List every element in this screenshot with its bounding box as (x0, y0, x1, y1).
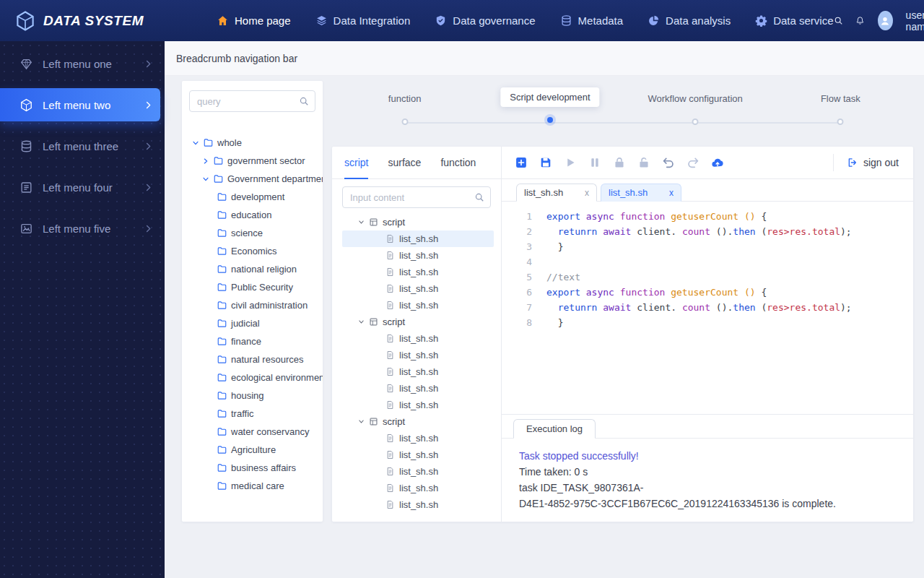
search-icon[interactable] (299, 96, 309, 106)
file-row[interactable]: list_sh.sh (342, 447, 494, 463)
close-icon[interactable]: x (578, 188, 589, 198)
save-icon[interactable] (539, 156, 552, 169)
panel-tab[interactable]: function (440, 147, 476, 178)
sidebar-item-label: Left menu five (43, 223, 110, 235)
file-row-label: list_sh.sh (399, 300, 438, 311)
file-row[interactable]: list_sh.sh (342, 347, 494, 363)
file-row-label: script (383, 416, 405, 427)
run-icon[interactable] (564, 156, 577, 169)
new-file-icon[interactable] (515, 156, 528, 169)
user-name[interactable]: user name (906, 9, 924, 33)
unlock-icon[interactable] (637, 156, 650, 169)
file-row[interactable]: list_sh.sh (342, 264, 494, 280)
editor-tab[interactable]: list_sh.sh x (601, 184, 681, 202)
lock-icon[interactable] (613, 156, 626, 169)
sidebar-item[interactable]: Left menu four (0, 171, 160, 204)
tree-node[interactable]: government sector (189, 152, 315, 170)
file-row[interactable]: list_sh.sh (342, 380, 494, 397)
folder-icon (203, 137, 214, 148)
code-editor[interactable]: 1export async function getuserCount () {… (502, 202, 913, 414)
signout-button[interactable]: sign out (833, 154, 913, 171)
editor-tab[interactable]: list_sh.sh x (516, 184, 597, 202)
tree-node-label: education (231, 210, 271, 220)
file-row[interactable]: script (342, 314, 494, 330)
tree-node[interactable]: civil administration (189, 296, 315, 314)
tree-node[interactable]: Agriculture (189, 441, 315, 459)
upload-cloud-icon[interactable] (711, 156, 724, 169)
file-row[interactable]: list_sh.sh (342, 496, 494, 513)
line-number: 7 (510, 300, 546, 315)
close-icon[interactable]: x (662, 188, 674, 198)
file-row[interactable]: list_sh.sh (342, 230, 494, 247)
tree-node[interactable]: finance (189, 332, 315, 350)
tree-node[interactable]: business affairs (189, 459, 315, 477)
avatar[interactable] (878, 11, 892, 30)
file-row[interactable]: list_sh.sh (342, 480, 494, 496)
line-number: 2 (510, 224, 546, 239)
caret-down-icon (192, 139, 199, 147)
nav-item[interactable]: Data governance (435, 14, 535, 27)
stepper-step[interactable]: Script development (477, 84, 622, 137)
nav-item[interactable]: Data analysis (648, 14, 731, 27)
file-row[interactable]: list_sh.sh (342, 363, 494, 380)
chevron-right-icon (144, 224, 153, 233)
files-search-input[interactable] (343, 192, 490, 203)
file-icon (385, 367, 395, 376)
tree-node[interactable]: Economics (189, 242, 315, 260)
tree-node[interactable]: Public Security (189, 278, 315, 296)
file-row[interactable]: script (342, 413, 494, 430)
pause-icon[interactable] (588, 156, 601, 169)
tree-node[interactable]: ecological environment (189, 368, 315, 387)
tree-node[interactable]: national religion (189, 260, 315, 278)
tree-node[interactable]: education (189, 206, 315, 224)
undo-icon[interactable] (662, 156, 675, 169)
stepper-step[interactable]: Flow task (768, 84, 913, 137)
tree-node[interactable]: development (189, 188, 315, 206)
search-icon[interactable] (474, 192, 484, 202)
stepper-step-circle (837, 118, 844, 125)
file-row[interactable]: list_sh.sh (342, 330, 494, 347)
catalog-search-input[interactable] (190, 96, 315, 107)
nav-item-label: Home page (235, 14, 291, 27)
file-row[interactable]: script (342, 214, 494, 230)
file-row[interactable]: list_sh.sh (342, 280, 494, 297)
file-row[interactable]: list_sh.sh (342, 247, 494, 264)
stepper-step[interactable]: Workflow configuration (623, 84, 768, 137)
file-icon (385, 483, 395, 493)
tree-node[interactable]: water conservancy (189, 423, 315, 441)
file-row[interactable]: list_sh.sh (342, 397, 494, 413)
panel-tab[interactable]: script (344, 147, 368, 178)
panel-tab[interactable]: surface (388, 147, 421, 178)
tree-node[interactable]: whole (189, 134, 315, 152)
file-row[interactable]: list_sh.sh (342, 297, 494, 314)
nav-item[interactable]: Data service (755, 14, 833, 27)
nav-item[interactable]: Metadata (560, 14, 624, 27)
tree-node[interactable]: traffic (189, 405, 315, 423)
caret-down-icon (358, 418, 365, 425)
search-icon[interactable] (834, 14, 843, 27)
sidebar-item[interactable]: Left menu five (0, 212, 160, 245)
tree-node-label: traffic (231, 408, 254, 419)
redo-icon[interactable] (687, 156, 699, 169)
execution-log-tab[interactable]: Execution log (513, 419, 596, 439)
nav-item[interactable]: Home page (217, 14, 291, 27)
sidebar-item[interactable]: Left menu one (0, 47, 160, 80)
code-text: //text (546, 269, 580, 285)
tree-node[interactable]: medical care (189, 477, 315, 495)
log-line: Task stopped successfully! (519, 448, 896, 464)
tree-node[interactable]: natural resources (189, 350, 315, 368)
nav-item[interactable]: Data Integration (315, 14, 411, 27)
tree-node[interactable]: judicial (189, 314, 315, 332)
bell-icon[interactable] (855, 14, 865, 27)
file-row[interactable]: list_sh.sh (342, 430, 494, 447)
file-row[interactable]: list_sh.sh (342, 463, 494, 480)
tree-node-label: business affairs (231, 462, 296, 473)
sidebar-item[interactable]: Left menu two (0, 88, 160, 121)
folder-icon (217, 318, 227, 329)
stepper-step[interactable]: function (332, 84, 477, 137)
tree-node[interactable]: Government departments (189, 170, 315, 188)
sidebar-item[interactable]: Left menu three (0, 129, 160, 163)
tree-node[interactable]: science (189, 224, 315, 242)
tree-node[interactable]: housing (189, 387, 315, 405)
caret-down-icon (358, 319, 365, 325)
